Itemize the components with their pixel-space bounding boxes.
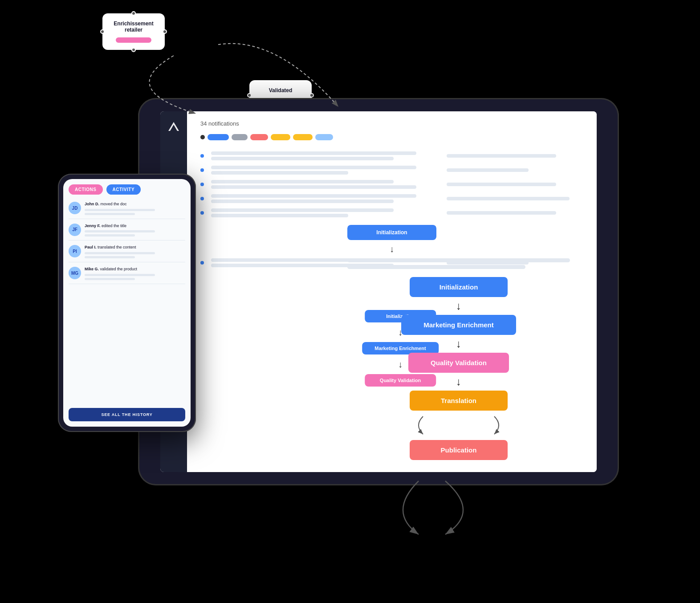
row-line bbox=[211, 157, 394, 160]
workflow-node-init: Initialization bbox=[347, 225, 436, 240]
card-dot-right bbox=[163, 29, 167, 34]
feed-text-block: Mike G. validated the product bbox=[85, 267, 185, 280]
list-item: MG Mike G. validated the product bbox=[69, 263, 185, 284]
content-line bbox=[347, 258, 570, 262]
row-lines-right bbox=[447, 183, 584, 186]
mobile-tabs-bar: ACTIONS ACTIVITY bbox=[63, 179, 191, 195]
filter-pill-blue[interactable] bbox=[208, 134, 229, 140]
arrow-init-marketing: ↓ bbox=[456, 301, 461, 311]
feed-text: Mike G. validated the product bbox=[85, 267, 185, 272]
avatar: MG bbox=[69, 267, 81, 279]
row-line bbox=[447, 183, 556, 186]
row-lines bbox=[211, 166, 440, 175]
enrichissement-pill bbox=[116, 37, 151, 43]
list-item: JD John D. moved the doc bbox=[69, 198, 185, 219]
feed-subline2 bbox=[85, 234, 135, 236]
row-line bbox=[211, 180, 394, 183]
row-line bbox=[211, 214, 348, 217]
feed-subline bbox=[85, 209, 155, 211]
row-indicator bbox=[200, 154, 204, 158]
workflow-node-publication: Publication bbox=[410, 440, 508, 460]
row-line bbox=[211, 185, 416, 189]
row-indicator bbox=[200, 183, 204, 186]
see-all-history-button[interactable]: SEE ALL THE HISTORY bbox=[69, 408, 185, 421]
enrichissement-title: Enrichissement retailer bbox=[111, 20, 156, 33]
row-indicator bbox=[200, 211, 204, 215]
card-dot-top bbox=[131, 11, 136, 16]
row-line bbox=[211, 194, 416, 198]
row-line bbox=[447, 211, 556, 215]
row-lines-right bbox=[447, 154, 584, 158]
app-logo bbox=[167, 120, 181, 134]
row-lines bbox=[211, 208, 440, 217]
filter-pill-yellow2[interactable] bbox=[293, 134, 313, 140]
mobile-device: ACTIONS ACTIVITY JD John D. moved the do… bbox=[58, 174, 196, 432]
row-line bbox=[447, 154, 556, 158]
filter-pill-red[interactable] bbox=[250, 134, 268, 140]
feed-text: Jenny F. edited the title bbox=[85, 224, 185, 229]
table-row bbox=[200, 192, 583, 205]
pre-workflow-rows bbox=[347, 258, 570, 269]
arrow-quality-translation: ↓ bbox=[456, 376, 461, 387]
main-workflow: Initialization ↓ Marketing Enrichment ↓ … bbox=[347, 258, 570, 460]
workflow-node-translation: Translation bbox=[410, 391, 508, 411]
arrow-down: ↓ bbox=[390, 244, 394, 253]
card-dot-bottom bbox=[131, 48, 136, 52]
feed-text-block: Paul I. translated the content bbox=[85, 245, 185, 258]
card-dot-left bbox=[100, 29, 105, 34]
table-row bbox=[200, 178, 583, 191]
card-dot-right bbox=[309, 93, 314, 98]
workflow-node-marketing: Marketing Enrichment bbox=[401, 315, 516, 335]
scene: Enrichissement retailer Validated 34 bbox=[0, 0, 700, 603]
tab-actions[interactable]: ACTIONS bbox=[69, 184, 103, 195]
table-row bbox=[200, 163, 583, 177]
row-line bbox=[211, 151, 416, 155]
table-row bbox=[200, 149, 583, 163]
content-line bbox=[347, 265, 525, 269]
feed-subline bbox=[85, 230, 155, 232]
feed-subline2 bbox=[85, 256, 135, 258]
workflow-node-initialization: Initialization bbox=[410, 277, 508, 297]
filter-pill-yellow1[interactable] bbox=[271, 134, 290, 140]
feed-text: Paul I. translated the content bbox=[85, 245, 185, 250]
arrow-marketing-quality: ↓ bbox=[456, 338, 461, 349]
row-lines bbox=[211, 151, 440, 160]
row-lines-right bbox=[447, 211, 584, 215]
validated-title: Validated bbox=[269, 87, 293, 94]
list-item: PI Paul I. translated the content bbox=[69, 241, 185, 262]
filter-pills-row bbox=[200, 134, 583, 140]
row-lines-right bbox=[447, 197, 584, 200]
avatar: JD bbox=[69, 202, 81, 214]
feed-text-block: Jenny F. edited the title bbox=[85, 224, 185, 237]
row-line bbox=[211, 200, 394, 203]
row-line bbox=[211, 208, 394, 212]
activity-feed: JD John D. moved the doc JF Jenny F. bbox=[63, 195, 191, 404]
feed-subline bbox=[85, 252, 155, 254]
table-row bbox=[200, 206, 583, 220]
row-lines bbox=[211, 180, 440, 189]
card-dot-left bbox=[247, 93, 252, 98]
row-indicator bbox=[200, 261, 204, 265]
feed-text: John D. moved the doc bbox=[85, 202, 185, 207]
avatar: JF bbox=[69, 224, 81, 236]
filter-pill-lightblue[interactable] bbox=[315, 134, 333, 140]
notifications-count: 34 notifications bbox=[200, 120, 583, 127]
feed-subline2 bbox=[85, 278, 135, 280]
row-indicator bbox=[200, 197, 204, 200]
row-lines-right bbox=[447, 168, 584, 172]
feed-subline bbox=[85, 274, 155, 276]
enrichissement-card: Enrichissement retailer bbox=[102, 13, 165, 50]
row-line bbox=[447, 168, 529, 172]
workflow-node-quality: Quality Validation bbox=[408, 353, 509, 373]
row-line bbox=[447, 197, 570, 200]
filter-dot bbox=[200, 135, 205, 139]
mobile-screen: ACTIONS ACTIVITY JD John D. moved the do… bbox=[63, 179, 191, 427]
curved-arrows-svg bbox=[410, 414, 508, 436]
translation-to-publication-arrows bbox=[410, 414, 508, 436]
list-item: JF Jenny F. edited the title bbox=[69, 220, 185, 241]
row-line bbox=[211, 166, 416, 169]
tab-activity[interactable]: ACTIVITY bbox=[106, 184, 141, 195]
row-indicator bbox=[200, 168, 204, 172]
filter-pill-gray[interactable] bbox=[232, 134, 248, 140]
avatar: PI bbox=[69, 245, 81, 257]
